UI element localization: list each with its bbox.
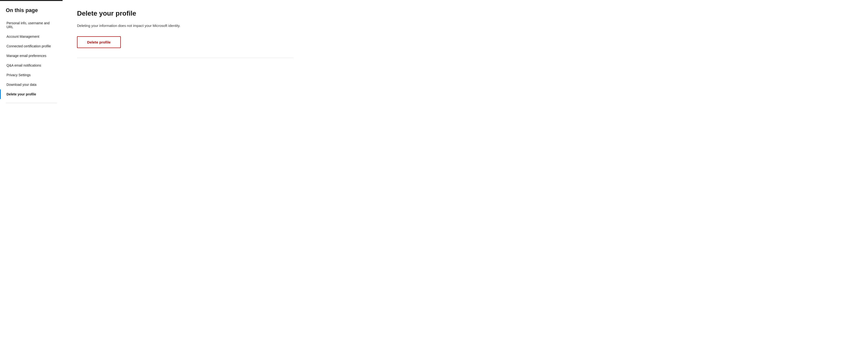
delete-profile-section: Delete your profile Deleting your inform… <box>77 10 293 58</box>
sidebar-item-delete-profile[interactable]: Delete your profile <box>0 90 63 99</box>
sidebar-title: On this page <box>0 5 63 18</box>
sidebar-item-download-data[interactable]: Download your data <box>0 80 63 90</box>
sidebar-nav: Personal info, username and URL Account … <box>0 18 63 99</box>
sidebar-item-privacy-settings[interactable]: Privacy Settings <box>0 70 63 80</box>
main-content: Delete your profile Deleting your inform… <box>63 0 868 343</box>
delete-profile-button[interactable]: Delete profile <box>77 36 121 48</box>
sidebar-item-qa-email[interactable]: Q&A email notifications <box>0 61 63 70</box>
sidebar-item-manage-email[interactable]: Manage email preferences <box>0 51 63 61</box>
sidebar: On this page Personal info, username and… <box>0 0 63 343</box>
page-title: Delete your profile <box>77 10 293 17</box>
sidebar-item-personal-info[interactable]: Personal info, username and URL <box>0 18 63 32</box>
section-description: Deleting your information does not impac… <box>77 23 293 29</box>
sidebar-item-connected-certification[interactable]: Connected certification profile <box>0 41 63 51</box>
sidebar-item-account-management[interactable]: Account Management <box>0 32 63 41</box>
